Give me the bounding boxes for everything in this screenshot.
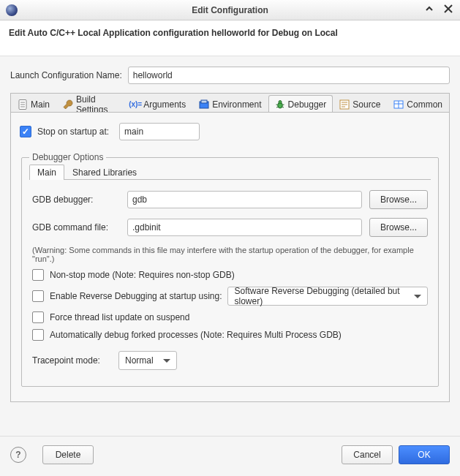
reverse-mode-select[interactable]: Software Reverse Debugging (detailed but…	[227, 287, 428, 306]
content-area: Launch Configuration Name: Main Build Se…	[0, 56, 460, 412]
debugger-subtabs: Main Shared Libraries	[29, 164, 431, 180]
subtab-main-body: GDB debugger: Browse... GDB command file…	[29, 180, 431, 370]
tab-build-label: Build Settings	[76, 94, 117, 113]
tracepoint-label: Tracepoint mode:	[32, 355, 113, 366]
launch-name-label: Launch Configuration Name:	[10, 70, 122, 80]
stop-on-startup-checkbox[interactable]	[20, 126, 31, 137]
cancel-button[interactable]: Cancel	[342, 445, 393, 464]
gdb-debugger-input[interactable]	[127, 191, 362, 208]
titlebar: Edit Configuration	[0, 0, 460, 20]
tab-environment[interactable]: Environment	[192, 95, 268, 113]
document-icon	[18, 99, 28, 110]
reverse-row: Enable Reverse Debugging at startup usin…	[32, 287, 428, 306]
force-thread-checkbox[interactable]	[32, 311, 44, 323]
variable-icon: (x)=	[130, 99, 140, 110]
tab-main[interactable]: Main	[11, 95, 56, 113]
tab-environment-label: Environment	[212, 99, 261, 110]
close-button[interactable]	[442, 4, 454, 16]
config-tabs: Main Build Settings (x)= Arguments Envir…	[10, 93, 450, 402]
debugger-options-legend: Debugger Options	[29, 152, 106, 162]
help-button[interactable]: ?	[10, 447, 26, 463]
tab-source[interactable]: Source	[333, 95, 387, 113]
nonstop-checkbox[interactable]	[32, 269, 44, 281]
svg-line-10	[276, 105, 278, 105]
subtab-main[interactable]: Main	[29, 165, 64, 180]
gdb-command-file-input[interactable]	[127, 219, 362, 236]
tab-source-label: Source	[352, 99, 380, 110]
window-title: Edit Configuration	[0, 5, 460, 15]
dialog-footer: ? Delete Cancel OK	[0, 436, 460, 476]
tab-arguments[interactable]: (x)= Arguments	[124, 95, 192, 113]
delete-button[interactable]: Delete	[42, 445, 94, 464]
reverse-mode-value: Software Reverse Debugging (detailed but…	[234, 286, 408, 306]
svg-rect-7	[201, 100, 207, 103]
stop-on-startup-label: Stop on startup at:	[37, 126, 109, 137]
command-file-warning: (Warning: Some commands in this file may…	[32, 246, 428, 263]
stop-on-startup-row: Stop on startup at:	[20, 123, 440, 140]
stop-on-startup-input[interactable]	[119, 123, 200, 140]
svg-line-12	[276, 107, 278, 107]
tracepoint-row: Tracepoint mode: Normal	[32, 351, 428, 370]
reverse-label: Enable Reverse Debugging at startup usin…	[50, 291, 222, 301]
svg-line-13	[282, 107, 283, 107]
window-controls	[423, 4, 454, 16]
app-icon	[6, 4, 18, 16]
minimize-button[interactable]	[423, 4, 435, 16]
gdb-command-file-row: GDB command file: Browse...	[32, 218, 428, 237]
tab-build-settings[interactable]: Build Settings	[56, 95, 124, 113]
gdb-debugger-label: GDB debugger:	[32, 194, 120, 205]
tracepoint-value: Normal	[125, 355, 154, 366]
source-icon	[339, 99, 350, 110]
gdb-debugger-browse-button[interactable]: Browse...	[369, 190, 428, 209]
subtab-shared-libraries[interactable]: Shared Libraries	[64, 165, 145, 180]
tab-common[interactable]: Common	[387, 95, 449, 113]
autofork-checkbox[interactable]	[32, 329, 44, 341]
gdb-command-file-browse-button[interactable]: Browse...	[369, 218, 428, 237]
table-icon	[393, 99, 404, 110]
debugger-options-group: Debugger Options Main Shared Libraries G…	[21, 152, 439, 387]
autofork-label: Automatically debug forked processes (No…	[50, 330, 342, 340]
debugger-tab-body: Stop on startup at: Debugger Options Mai…	[11, 113, 449, 401]
svg-point-9	[279, 100, 282, 103]
environment-icon	[199, 99, 209, 110]
launch-name-input[interactable]	[128, 67, 450, 84]
ok-button[interactable]: OK	[399, 445, 450, 464]
header-description: Edit Auto C/C++ Local Application config…	[0, 20, 460, 56]
reverse-checkbox[interactable]	[32, 290, 44, 302]
tab-debugger[interactable]: Debugger	[268, 95, 333, 113]
nonstop-label: Non-stop mode (Note: Requires non-stop G…	[50, 270, 235, 280]
tab-arguments-label: Arguments	[143, 99, 186, 110]
tracepoint-select[interactable]: Normal	[118, 351, 177, 370]
bug-icon	[275, 99, 285, 110]
force-thread-row: Force thread list update on suspend	[32, 311, 428, 323]
svg-line-11	[282, 105, 284, 105]
autofork-row: Automatically debug forked processes (No…	[32, 329, 428, 341]
gdb-command-file-label: GDB command file:	[32, 222, 120, 233]
force-thread-label: Force thread list update on suspend	[50, 312, 189, 322]
nonstop-row: Non-stop mode (Note: Requires non-stop G…	[32, 269, 428, 281]
launch-name-row: Launch Configuration Name:	[10, 67, 450, 84]
tabstrip: Main Build Settings (x)= Arguments Envir…	[11, 94, 449, 113]
wrench-icon	[63, 99, 73, 110]
gdb-debugger-row: GDB debugger: Browse...	[32, 190, 428, 209]
tab-common-label: Common	[407, 99, 442, 110]
tab-main-label: Main	[31, 99, 50, 110]
tab-debugger-label: Debugger	[288, 99, 327, 110]
